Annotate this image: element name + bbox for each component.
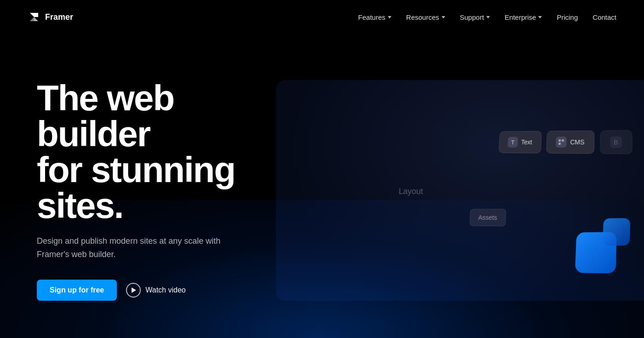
svg-rect-1: [562, 139, 564, 142]
brand-name: Framer: [45, 12, 73, 22]
ui-extra-button: B: [600, 130, 632, 154]
chevron-down-icon: [442, 16, 445, 18]
nav-item-pricing[interactable]: Pricing: [557, 13, 578, 21]
svg-rect-2: [558, 143, 561, 145]
ui-accent-card: [603, 218, 630, 246]
ui-assets-label: Assets: [470, 209, 506, 226]
nav-item-features[interactable]: Features: [358, 13, 391, 21]
nav-item-resources[interactable]: Resources: [406, 13, 445, 21]
chevron-down-icon: [388, 16, 391, 18]
hero-headline: The web builder for stunning sites.: [37, 80, 248, 223]
signup-button[interactable]: Sign up for free: [37, 280, 117, 301]
chevron-down-icon: [486, 16, 490, 18]
nav-links: Features Resources Support Enterprise: [358, 13, 616, 21]
logo[interactable]: Framer: [28, 11, 73, 23]
ui-text-button: T Text: [499, 131, 542, 154]
hero-bg-mockup: T Text CMS B Layout: [276, 80, 644, 301]
nav-item-support[interactable]: Support: [460, 13, 490, 21]
hero-actions: Sign up for free Watch video: [37, 280, 248, 301]
cms-icon: [556, 137, 567, 148]
ui-toolbar-row: T Text CMS B: [499, 130, 632, 154]
ui-cms-button: CMS: [546, 131, 594, 154]
navbar: Framer Features Resources Support Enterp…: [0, 0, 644, 34]
text-icon: T: [507, 137, 518, 148]
chevron-down-icon: [538, 16, 542, 18]
play-icon: [126, 283, 141, 298]
ui-layout-label: Layout: [398, 186, 423, 196]
hero-section: T Text CMS B Layout: [0, 34, 644, 338]
watch-video-button[interactable]: Watch video: [126, 283, 185, 298]
framer-logo-icon: [28, 11, 40, 23]
play-triangle-icon: [132, 287, 136, 293]
nav-item-contact[interactable]: Contact: [592, 13, 616, 21]
svg-rect-0: [558, 139, 561, 142]
hero-content: The web builder for stunning sites. Desi…: [0, 34, 285, 301]
hero-subtext: Design and publish modern sites at any s…: [37, 235, 221, 261]
nav-item-enterprise[interactable]: Enterprise: [505, 13, 542, 21]
